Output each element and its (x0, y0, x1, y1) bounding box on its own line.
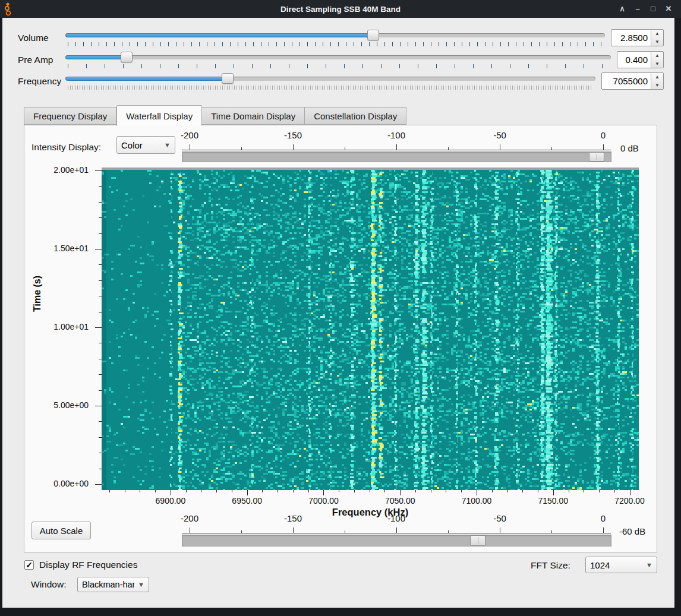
x-major-tick (323, 490, 324, 495)
spin-down-icon[interactable]: ▼ (651, 38, 663, 46)
y-tick-label: 5.00e+00 (53, 400, 89, 410)
slider-handle[interactable] (367, 30, 379, 40)
x-minor-tick (308, 490, 309, 492)
x-minor-tick (109, 490, 110, 492)
auto-scale-button[interactable]: Auto Scale (31, 522, 91, 539)
window-controls: ∧ – □ ✕ (617, 4, 681, 14)
slider-tickmarks (68, 64, 609, 68)
x-minor-tick (370, 490, 370, 492)
waterfall-canvas (102, 168, 639, 490)
x-tick-label: 7050.00 (385, 496, 415, 506)
window-function-select[interactable]: Blackman-har ▼ (77, 577, 149, 592)
x-minor-tick (155, 490, 156, 492)
max-intensity-scale: -200-150-100-500 (190, 130, 603, 150)
spin-up-icon[interactable]: ▲ (651, 52, 663, 60)
max-intensity-value: 0 dB (620, 143, 639, 153)
main-content: Volume2.8500▲▼Pre Amp0.400▲▼Frequency705… (2, 18, 674, 608)
tab-time-domain-display[interactable]: Time Domain Display (202, 107, 305, 125)
x-minor-tick (538, 490, 538, 492)
scale-label: 0 (601, 513, 606, 523)
x-minor-tick (569, 490, 569, 492)
y-tick-label: 2.00e+01 (53, 165, 89, 175)
x-minor-tick (384, 490, 385, 492)
spinbox-value[interactable]: 7055000 (602, 73, 651, 89)
scale-label: -200 (181, 130, 198, 140)
tab-frequency-display[interactable]: Frequency Display (24, 107, 116, 125)
max-intensity-slider[interactable] (182, 151, 611, 162)
display-tabs: Frequency DisplayWaterfall DisplayTime D… (24, 105, 406, 125)
gnuradio-logo-icon (4, 2, 17, 16)
x-tick-label: 7100.00 (462, 496, 492, 506)
scale-label: -200 (181, 513, 198, 523)
shade-button[interactable]: ∧ (617, 4, 628, 14)
min-intensity-slider-handle[interactable] (470, 535, 485, 546)
x-major-tick (247, 490, 248, 495)
x-major-tick (477, 490, 477, 495)
value-spinbox: 7055000▲▼ (601, 72, 664, 90)
maximize-button[interactable]: □ (648, 4, 658, 14)
slider-label: Volume (18, 33, 65, 43)
x-minor-tick (507, 490, 508, 492)
max-intensity-slider-handle[interactable] (589, 152, 604, 162)
x-axis-tick-labels: 6900.006950.007000.007050.007100.007150.… (102, 496, 639, 507)
x-minor-tick (431, 490, 431, 492)
x-minor-tick (522, 490, 523, 492)
tab-constellation-display[interactable]: Constellation Display (305, 107, 406, 125)
x-major-tick (400, 490, 401, 495)
slider-label: Pre Amp (18, 55, 65, 65)
x-major-tick (553, 490, 554, 495)
slider-fill (65, 77, 232, 81)
tab-waterfall-display[interactable]: Waterfall Display (116, 105, 202, 126)
spinbox-value[interactable]: 2.8500 (611, 30, 651, 46)
spinbox-buttons: ▲▼ (651, 52, 663, 68)
intensity-display-select[interactable]: Color ▼ (116, 136, 175, 154)
y-major-tick (95, 249, 102, 249)
scale-label: -50 (493, 513, 506, 523)
minimize-button[interactable]: – (632, 4, 643, 14)
x-minor-tick (140, 490, 140, 492)
x-minor-tick (186, 490, 187, 492)
slider[interactable] (65, 49, 611, 71)
fft-size-label: FFT Size: (531, 560, 570, 571)
x-axis-ticks (102, 490, 639, 496)
value-spinbox: 2.8500▲▼ (611, 29, 664, 46)
y-tick-label: 1.50e+01 (53, 244, 89, 253)
spin-down-icon[interactable]: ▼ (651, 60, 663, 68)
slider[interactable] (65, 27, 605, 49)
display-rf-frequencies-label: Display RF Frequencies (39, 560, 137, 570)
spinbox-value[interactable]: 0.400 (617, 52, 651, 68)
min-intensity-value: -60 dB (619, 526, 645, 536)
slider[interactable] (65, 70, 595, 92)
control-row-volume: Volume2.8500▲▼ (18, 27, 664, 49)
intensity-display-value: Color (121, 140, 160, 150)
x-minor-tick (446, 490, 446, 492)
spin-up-icon[interactable]: ▲ (651, 73, 663, 81)
display-rf-frequencies-checkbox[interactable]: ✓ (24, 560, 34, 570)
y-major-tick (95, 484, 102, 485)
spinbox-buttons: ▲▼ (651, 73, 663, 89)
chevron-down-icon: ▼ (138, 581, 144, 588)
control-row-pre-amp: Pre Amp0.400▲▼ (18, 49, 664, 71)
y-major-tick (95, 170, 102, 171)
spin-down-icon[interactable]: ▼ (651, 81, 663, 90)
slider-handle[interactable] (121, 52, 133, 62)
scale-line (182, 533, 611, 533)
y-tick-label: 0.00e+00 (53, 479, 89, 488)
y-axis-ticks (90, 168, 102, 490)
y-axis-tick-labels: 2.00e+011.50e+011.00e+015.00e+000.00e+00 (24, 168, 89, 490)
slider-handle[interactable] (222, 73, 234, 84)
slider-track[interactable] (65, 55, 611, 59)
x-minor-tick (125, 490, 125, 492)
close-button[interactable]: ✕ (663, 4, 674, 14)
y-major-tick (95, 327, 102, 328)
spin-up-icon[interactable]: ▲ (651, 30, 663, 38)
x-minor-tick (232, 490, 232, 492)
fft-size-select[interactable]: 1024 ▼ (585, 557, 657, 573)
x-minor-tick (201, 490, 201, 492)
x-minor-tick (278, 490, 278, 492)
min-intensity-slider[interactable] (182, 535, 611, 546)
scale-label: -100 (387, 513, 405, 523)
spinbox-buttons: ▲▼ (651, 30, 663, 46)
x-minor-tick (216, 490, 217, 492)
min-intensity-scale: -200-150-100-500 (190, 513, 603, 533)
